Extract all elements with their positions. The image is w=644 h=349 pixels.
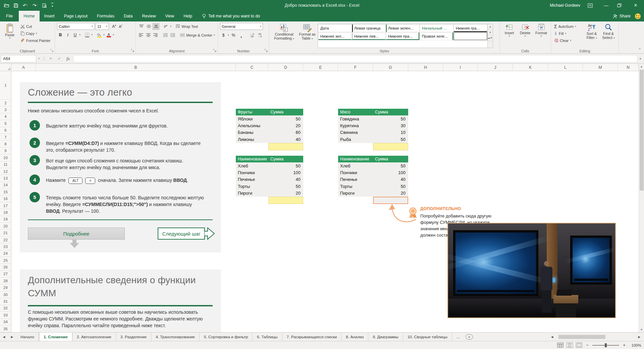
orientation-icon[interactable]: ab (163, 23, 169, 30)
row-header-21[interactable]: 21 (0, 230, 11, 236)
row-header-30[interactable]: 30 (0, 291, 11, 298)
format-as-table-button[interactable]: Format as Table ▾ (297, 23, 318, 48)
column-header-K[interactable]: K (513, 64, 548, 71)
hscroll-left-icon[interactable]: ◀ (548, 335, 556, 339)
row-header-10[interactable]: 10 (0, 154, 11, 161)
cell-name[interactable]: Яблоки (236, 116, 268, 121)
zoom-level[interactable]: 100% (629, 343, 641, 347)
sheet-tab-5. Сортировка и фильтр[interactable]: 5. Сортировка и фильтр (200, 333, 253, 341)
cell-style-Нижняя пра...[interactable]: Нижняя пра... (386, 32, 420, 40)
cell-name[interactable]: Печенье (338, 177, 373, 182)
format-cells-button[interactable]: Format▾ (533, 23, 549, 48)
zoom-slider[interactable] (592, 345, 619, 346)
row-header-8[interactable]: 8 (0, 141, 11, 147)
row-header-13[interactable]: 13 (0, 175, 11, 182)
sheet-nav-right-icon[interactable]: ▶ (8, 333, 16, 341)
redo-button[interactable]: ↷▾ (33, 3, 38, 8)
row-header-18[interactable]: 18 (0, 209, 11, 216)
cell-style-Дата[interactable]: Дата (318, 24, 352, 32)
cell-name[interactable]: Хлеб (338, 163, 373, 168)
cell-value[interactable]: 40 (268, 177, 303, 182)
merge-center-button[interactable]: Merge & Center▾ (179, 32, 216, 39)
zoom-out-icon[interactable]: − (585, 343, 589, 348)
cell-style-Нижняя гра...[interactable]: Нижняя гра... (453, 24, 487, 32)
more-details-button[interactable]: Подробнее (28, 228, 125, 240)
cell-value[interactable]: 50 (268, 163, 303, 168)
cell-value[interactable]: 60 (268, 130, 303, 135)
row-header-17[interactable]: 17 (0, 202, 11, 209)
scroll-up-icon[interactable]: ▲ (640, 64, 643, 69)
sheet-nav-left-icon[interactable]: ◀ (0, 333, 8, 341)
cell-name[interactable]: Апельсины (236, 123, 268, 128)
cell-style-Нижняя лев...[interactable]: Нижняя лев... (352, 32, 386, 40)
row-header-32[interactable]: 32 (0, 305, 11, 312)
row-header-12[interactable]: 12 (0, 168, 11, 175)
row-header-24[interactable]: 24 (0, 250, 11, 257)
cell-style-blank[interactable] (453, 32, 487, 40)
open-icon[interactable] (4, 3, 9, 7)
tab-formulas[interactable]: Formulas (92, 11, 119, 21)
cell-empty[interactable] (236, 197, 268, 204)
fill-button[interactable]: ⇩Fill▾ (553, 30, 583, 37)
row-header-29[interactable]: 29 (0, 285, 11, 291)
conditional-formatting-button[interactable]: ≠ Conditional Formatting ▾ (271, 23, 297, 48)
borders-icon[interactable] (84, 32, 91, 38)
gallery-scroll-up-icon[interactable]: ▲ (488, 24, 493, 30)
cell-name[interactable]: Торты (338, 184, 373, 189)
name-box[interactable] (1, 55, 36, 62)
cell-value[interactable]: 100 (268, 170, 303, 175)
format-painter-button[interactable]: Format Painter (19, 37, 52, 44)
cell-value[interactable]: 50 (373, 137, 408, 142)
cell-style-Правая зеле...[interactable]: Правая зеле... (420, 32, 453, 40)
ribbon-display-options-icon[interactable] (588, 3, 595, 8)
column-header-E[interactable]: E (303, 64, 338, 71)
sum-input-cell-yellow[interactable] (268, 143, 303, 150)
column-header-F[interactable]: F (338, 64, 373, 71)
row-header-23[interactable]: 23 (0, 243, 11, 250)
sheet-tab-2. Автозаполнение[interactable]: 2. Автозаполнение (72, 333, 116, 341)
column-header-D[interactable]: D (268, 64, 303, 71)
vertical-scrollbar[interactable]: ▲ ▼ (639, 64, 644, 332)
print-preview-button[interactable] (42, 3, 47, 8)
cell-name[interactable]: Курятина (338, 123, 373, 128)
row-header-4[interactable]: 4 (0, 113, 11, 120)
close-button[interactable]: × (632, 2, 639, 8)
number-format-select[interactable]: General▾ (220, 23, 263, 30)
cell-style-Левая граница[interactable]: Левая граница (352, 24, 386, 32)
name-box-dropdown-icon[interactable]: ▾ (36, 57, 42, 60)
column-header-J[interactable]: J (478, 64, 513, 71)
collapse-ribbon-icon[interactable]: ⌃ (638, 48, 641, 52)
paste-button[interactable]: Paste▾ (2, 23, 17, 40)
sheet-tab-8. Анализ[interactable]: 8. Анализ (341, 333, 368, 341)
row-header-6[interactable]: 6 (0, 127, 11, 134)
zoom-slider-thumb[interactable] (605, 343, 607, 347)
sheet-tab-overflow[interactable]: ... (452, 333, 464, 341)
cell-value[interactable]: 50 (268, 184, 303, 189)
font-dialog-launcher-icon[interactable] (131, 49, 135, 52)
page-break-view-icon[interactable] (576, 343, 582, 348)
page-layout-view-icon[interactable] (567, 343, 573, 348)
scroll-down-icon[interactable]: ▼ (640, 327, 643, 332)
insert-cells-button[interactable]: Insert▾ (502, 23, 517, 48)
tab-page-layout[interactable]: Page Layout (59, 11, 92, 21)
cell-name[interactable]: Лимоны (236, 137, 268, 142)
formula-bar-expand-icon[interactable]: ▾ (637, 57, 643, 60)
bold-button[interactable]: B (57, 32, 64, 38)
enter-formula-icon[interactable]: ✓ (55, 56, 64, 61)
increase-decimal-icon[interactable]: ←.0.00 (249, 32, 255, 39)
align-center-icon[interactable] (145, 32, 152, 39)
row-header-16[interactable]: 16 (0, 195, 11, 202)
row-header-3[interactable]: 3 (0, 106, 11, 113)
header-cell[interactable]: Мясо (338, 110, 373, 114)
cell-name[interactable]: Печенье (236, 177, 268, 182)
find-select-button[interactable]: Find & Select ▾ (600, 23, 617, 48)
cell-value[interactable]: 50 (373, 163, 408, 168)
column-header-I[interactable]: I (443, 64, 478, 71)
tab-view[interactable]: View (160, 11, 179, 21)
decrease-font-icon[interactable]: A▾ (117, 23, 124, 30)
cell-name[interactable]: Бананы (236, 130, 268, 135)
align-right-icon[interactable] (152, 32, 159, 39)
next-step-button[interactable]: Следующий шаг (158, 228, 205, 240)
row-header-31[interactable]: 31 (0, 298, 11, 305)
horizontal-scroll-thumb[interactable] (558, 335, 605, 339)
